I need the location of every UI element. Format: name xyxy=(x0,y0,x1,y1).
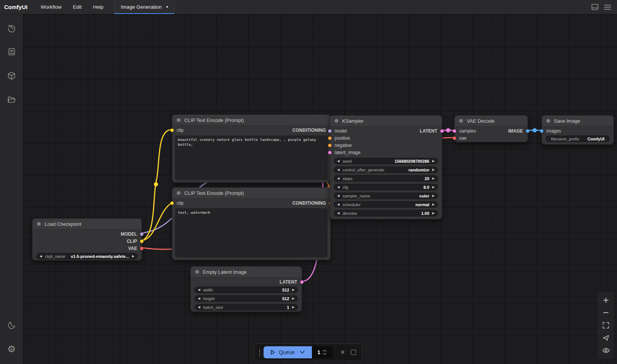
output-port-model[interactable] xyxy=(140,232,143,236)
output-port-vae[interactable] xyxy=(140,247,143,250)
input-port-vae[interactable] xyxy=(453,136,456,140)
hamburger-menu-icon[interactable] xyxy=(601,0,614,14)
clear-queue-icon[interactable]: ✕ xyxy=(338,349,347,356)
workflows-folder-icon[interactable] xyxy=(4,92,19,107)
node-title-bar[interactable]: VAE Decode xyxy=(455,116,528,126)
stop-icon[interactable] xyxy=(351,350,356,355)
widget-prev-icon[interactable]: ◀ xyxy=(337,203,339,206)
reroute-dot-clip[interactable] xyxy=(154,182,158,187)
collapse-dot[interactable] xyxy=(546,119,550,123)
output-port-clip[interactable] xyxy=(140,239,143,243)
menu-help[interactable]: Help xyxy=(87,0,109,14)
widget-prev-icon[interactable]: ◀ xyxy=(198,306,200,309)
queue-run-button[interactable]: Queue xyxy=(264,346,312,358)
bottom-panel-toggle-icon[interactable] xyxy=(588,0,601,14)
widget-prev-icon[interactable]: ◀ xyxy=(337,212,339,215)
widget-denoise[interactable]: ◀ denoise 1.00 ▶ xyxy=(334,210,438,216)
widget-next-icon[interactable]: ▶ xyxy=(432,168,435,171)
input-port-images[interactable] xyxy=(540,129,543,133)
collapse-dot[interactable] xyxy=(177,118,180,122)
widget-next-icon[interactable]: ▶ xyxy=(432,212,435,215)
prompt-text-field[interactable]: beautiful scenery nature glass bottle la… xyxy=(175,136,327,180)
node-load-checkpoint[interactable]: Load Checkpoint MODEL CLIP VAE ◀ ckpt_na… xyxy=(32,218,142,261)
chevron-down-icon[interactable] xyxy=(300,351,305,354)
node-title-bar[interactable]: CLIP Text Encode (Prompt) xyxy=(172,115,330,126)
widget-cfg[interactable]: ◀ cfg 8.0 ▶ xyxy=(334,184,438,190)
input-port-clip[interactable] xyxy=(170,201,174,205)
widget-next-icon[interactable]: ▶ xyxy=(432,186,435,189)
stepper-up-icon[interactable] xyxy=(323,350,327,352)
queue-log-icon[interactable] xyxy=(4,44,19,59)
prompt-text-field[interactable]: text, watermark xyxy=(175,208,327,257)
zoom-out-button[interactable]: − xyxy=(601,308,611,318)
output-port-latent[interactable] xyxy=(440,129,444,133)
widget-next-icon[interactable]: ▶ xyxy=(432,203,435,206)
toggle-visibility-button[interactable] xyxy=(601,345,611,355)
widget-prev-icon[interactable]: ◀ xyxy=(198,288,200,292)
drag-handle[interactable] xyxy=(259,349,260,356)
reroute-dot-latent[interactable] xyxy=(446,128,450,133)
output-port-image[interactable] xyxy=(526,129,529,133)
collapse-dot[interactable] xyxy=(459,119,463,123)
widget-batch-size[interactable]: ◀ batch_size 1 ▶ xyxy=(194,304,298,310)
node-graph-canvas[interactable]: Load Checkpoint MODEL CLIP VAE ◀ ckpt_na… xyxy=(23,14,617,364)
theme-moon-icon[interactable] xyxy=(4,318,19,333)
widget-steps[interactable]: ◀ steps 20 ▶ xyxy=(334,175,438,182)
fit-view-button[interactable] xyxy=(601,321,611,330)
widget-filename-prefix[interactable]: filename_prefix ComfyUI xyxy=(546,136,610,142)
menu-workflow[interactable]: Workflow xyxy=(35,0,67,14)
collapse-dot[interactable] xyxy=(195,270,199,274)
output-port-latent[interactable] xyxy=(300,280,304,284)
widget-next-icon[interactable]: ▶ xyxy=(132,255,134,258)
select-mode-button[interactable] xyxy=(601,333,611,343)
node-title-bar[interactable]: KSampler xyxy=(330,116,442,126)
node-title-bar[interactable]: CLIP Text Encode (Prompt) xyxy=(172,188,330,199)
batch-count-stepper[interactable] xyxy=(323,350,327,355)
zoom-in-button[interactable]: + xyxy=(601,296,611,305)
input-port-samples[interactable] xyxy=(453,129,456,133)
widget-next-icon[interactable]: ▶ xyxy=(292,306,295,309)
input-port-positive[interactable] xyxy=(328,136,332,140)
node-clip-text-encode-positive[interactable]: CLIP Text Encode (Prompt) clip CONDITION… xyxy=(172,114,331,183)
node-save-image[interactable]: Save Image images filename_prefix ComfyU… xyxy=(541,115,614,145)
tab-image-generation[interactable]: Image Generation ● xyxy=(114,0,175,14)
input-port-model[interactable] xyxy=(328,129,332,133)
widget-scheduler[interactable]: ◀ scheduler normal ▶ xyxy=(334,201,438,208)
widget-seed[interactable]: ◀ seed 156680208700286 ▶ xyxy=(334,158,438,164)
node-empty-latent-image[interactable]: Empty Latent Image LATENT ◀ width 512 ▶ … xyxy=(190,266,302,312)
widget-prev-icon[interactable]: ◀ xyxy=(198,297,200,300)
widget-control-after-generate[interactable]: ◀ control_after_generate randomize ▶ xyxy=(334,167,438,173)
widget-prev-icon[interactable]: ◀ xyxy=(337,194,339,197)
widget-prev-icon[interactable]: ◀ xyxy=(337,160,339,163)
reroute-dot-image[interactable] xyxy=(533,128,537,133)
widget-prev-icon[interactable]: ◀ xyxy=(337,177,339,180)
widget-prev-icon[interactable]: ◀ xyxy=(40,255,42,258)
node-title-bar[interactable]: Save Image xyxy=(542,116,614,126)
widget-sampler-name[interactable]: ◀ sampler_name euler ▶ xyxy=(334,193,438,199)
node-clip-text-encode-negative[interactable]: CLIP Text Encode (Prompt) clip CONDITION… xyxy=(172,187,331,260)
batch-count-input[interactable]: 1 xyxy=(312,346,333,358)
input-port-latent-image[interactable] xyxy=(328,151,332,154)
collapse-dot[interactable] xyxy=(37,222,41,226)
node-title-bar[interactable]: Empty Latent Image xyxy=(191,267,302,278)
collapse-dot[interactable] xyxy=(335,119,338,123)
input-port-negative[interactable] xyxy=(328,143,332,147)
widget-next-icon[interactable]: ▶ xyxy=(432,160,435,163)
widget-prev-icon[interactable]: ◀ xyxy=(337,186,339,189)
input-port-clip[interactable] xyxy=(170,128,174,132)
widget-next-icon[interactable]: ▶ xyxy=(292,297,295,300)
widget-ckpt-name[interactable]: ◀ ckpt_name v1-5-pruned-emaonly.safete..… xyxy=(36,253,138,259)
model-library-icon[interactable] xyxy=(4,68,19,83)
menu-edit[interactable]: Edit xyxy=(67,0,87,14)
widget-next-icon[interactable]: ▶ xyxy=(432,194,435,197)
widget-prev-icon[interactable]: ◀ xyxy=(337,168,339,171)
history-icon[interactable] xyxy=(4,20,19,35)
node-ksampler[interactable]: KSampler model LATENT positive negative … xyxy=(330,115,442,219)
widget-next-icon[interactable]: ▶ xyxy=(432,177,435,180)
widget-width[interactable]: ◀ width 512 ▶ xyxy=(194,287,298,293)
node-title-bar[interactable]: Load Checkpoint xyxy=(32,219,142,230)
widget-height[interactable]: ◀ height 512 ▶ xyxy=(194,295,298,302)
node-vae-decode[interactable]: VAE Decode samples IMAGE vae xyxy=(454,115,528,142)
collapse-dot[interactable] xyxy=(177,191,180,195)
stepper-down-icon[interactable] xyxy=(323,353,327,355)
